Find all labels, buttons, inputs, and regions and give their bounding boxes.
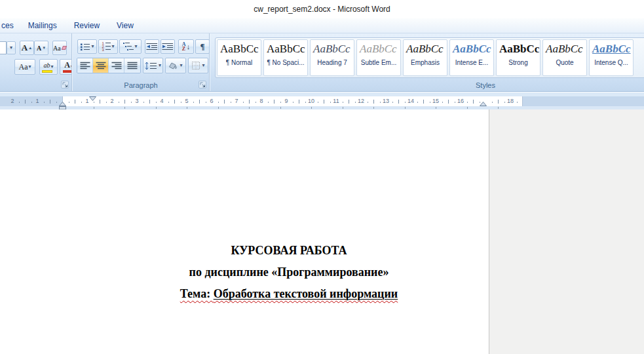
sort-button[interactable]: A Z ↓ xyxy=(178,39,194,54)
first-line-indent-marker[interactable] xyxy=(89,96,96,101)
ruler-tabstop-tick xyxy=(405,107,406,109)
styles-gallery: AaBbCc¶ NormalAaBbCc¶ No Spaci...AaBbCcH… xyxy=(215,37,644,78)
chevron-down-icon: ▾ xyxy=(50,64,53,69)
align-right-icon xyxy=(111,62,122,69)
font-color-icon: A xyxy=(64,60,70,70)
increase-indent-icon xyxy=(162,43,174,51)
ruler-dot xyxy=(131,102,132,103)
chevron-down-icon: ▾ xyxy=(202,63,204,68)
chevron-down-icon: ▾ xyxy=(91,44,94,49)
ruler-dot xyxy=(305,102,307,103)
align-center-button[interactable] xyxy=(93,58,109,73)
multilevel-list-button[interactable]: ▾ xyxy=(119,39,142,54)
ruler-tabstop-tick xyxy=(498,107,499,109)
ruler-dot xyxy=(231,102,232,103)
right-indent-marker[interactable] xyxy=(480,102,487,106)
style-no-spacing[interactable]: AaBbCc¶ No Spaci... xyxy=(263,39,308,76)
style-label: Emphasis xyxy=(404,59,447,66)
ruler-dot xyxy=(293,102,294,103)
ruler-number: 8 xyxy=(259,98,263,104)
ruler-tick xyxy=(124,100,125,104)
grow-font-button[interactable]: A ▲ xyxy=(20,41,34,55)
font-color-button[interactable]: A ▾ xyxy=(60,59,72,75)
eraser-icon xyxy=(62,46,67,50)
ruler-number: 11 xyxy=(333,98,339,104)
style-intense-emphasis[interactable]: AaBbCcIntense E... xyxy=(449,39,494,76)
style-intense-quote[interactable]: AaBbCcIntense Q... xyxy=(589,39,634,76)
text-highlight-button[interactable]: ab ▾ xyxy=(39,59,58,75)
ruler-tick xyxy=(274,100,275,104)
ruler-number: 2 xyxy=(10,98,14,104)
numbering-icon: 1 2 3 xyxy=(102,42,111,52)
style-strong[interactable]: AaBbCcStrong xyxy=(496,39,540,76)
ruler-dot xyxy=(243,102,244,103)
ruler-dot xyxy=(181,102,182,103)
increase-indent-button[interactable] xyxy=(161,39,175,54)
ruler-tick xyxy=(498,100,499,104)
ruler-number: 12 xyxy=(358,98,364,104)
tab-mailings[interactable]: Mailings xyxy=(20,18,66,33)
paragraph-group-label: Paragraph xyxy=(73,81,209,89)
ruler-dot xyxy=(430,102,431,103)
font-size-combo[interactable] xyxy=(0,41,7,54)
chevron-down-icon: ▾ xyxy=(159,63,161,68)
ruler-tabstop-tick xyxy=(156,107,157,109)
clear-formatting-button[interactable]: Aa xyxy=(52,41,67,55)
chevron-down-icon: ▾ xyxy=(111,44,114,49)
font-dialog-launcher[interactable] xyxy=(61,81,69,88)
style-emphasis[interactable]: AaBbCcEmphasis xyxy=(403,39,447,76)
align-left-button[interactable] xyxy=(77,58,93,73)
bullets-icon xyxy=(80,43,90,51)
style-subtle-emphasis[interactable]: AaBbCcSubtle Em... xyxy=(356,39,401,76)
ruler-dot xyxy=(206,102,207,103)
ribbon-tab-bar: ces Mailings Review View xyxy=(0,18,644,33)
style-label: ¶ Normal xyxy=(218,59,261,66)
show-paragraph-marks-button[interactable]: ¶ xyxy=(195,39,210,54)
shading-button[interactable]: ▾ xyxy=(165,58,186,73)
align-right-button[interactable] xyxy=(109,58,124,73)
numbering-button[interactable]: 1 2 3 ▾ xyxy=(98,39,118,54)
borders-button[interactable]: ▾ xyxy=(188,58,208,73)
style-normal[interactable]: AaBbCc¶ Normal xyxy=(217,39,261,76)
ruler[interactable]: 211234567891011121314151618 xyxy=(0,96,644,109)
pilcrow-icon: ¶ xyxy=(200,41,204,52)
multilevel-list-icon xyxy=(123,42,134,52)
style-sample: AaBbCc xyxy=(543,40,586,57)
styles-group-label: Styles xyxy=(433,81,538,89)
ruler-tick xyxy=(224,100,225,104)
tab-references-partial[interactable]: ces xyxy=(0,18,20,33)
style-heading-7[interactable]: AaBbCcHeading 7 xyxy=(310,39,354,76)
ruler-number: 5 xyxy=(185,98,188,104)
line-spacing-button[interactable]: ▾ xyxy=(143,58,163,73)
window-title-bar: cw_report_sem2.docx - Microsoft Word xyxy=(0,0,644,18)
paragraph-group: ▾ 1 2 3 ▾ ▾ xyxy=(73,33,210,91)
bullets-button[interactable]: ▾ xyxy=(77,39,97,54)
decrease-indent-button[interactable] xyxy=(145,39,159,54)
ruler-tabstop-tick xyxy=(94,107,94,109)
sort-icon: A Z xyxy=(182,42,186,51)
chevron-down-icon: ▾ xyxy=(134,44,137,49)
style-sample: AaBbCc xyxy=(450,40,493,57)
ruler-dot xyxy=(343,102,344,103)
ruler-dot xyxy=(355,102,356,103)
font-size-dropdown[interactable]: ▾ xyxy=(7,41,16,54)
change-case-button[interactable]: Aa ▾ xyxy=(14,59,35,75)
document-page[interactable]: КУРСОВАЯ РАБОТА по дисциплине «Программи… xyxy=(0,109,489,354)
style-sample: AaBbCc xyxy=(497,40,540,57)
tab-review[interactable]: Review xyxy=(66,18,108,33)
paragraph-dialog-launcher[interactable] xyxy=(199,81,206,88)
ruler-dot xyxy=(56,102,58,103)
style-sample: AaBbCc xyxy=(404,40,447,57)
shrink-font-button[interactable]: A ▼ xyxy=(34,41,48,55)
highlight-icon: ab xyxy=(43,62,50,69)
styles-group: AaBbCc¶ NormalAaBbCc¶ No Spaci...AaBbCcH… xyxy=(210,33,644,91)
tab-view[interactable]: View xyxy=(108,18,142,33)
ruler-dot xyxy=(256,102,257,103)
style-label: Subtle Em... xyxy=(357,59,400,66)
style-sample: AaBbCc xyxy=(264,40,307,57)
ruler-tick xyxy=(25,100,26,104)
style-quote[interactable]: AaBbCcQuote xyxy=(542,39,587,76)
ruler-tabstop-tick xyxy=(343,107,343,109)
justify-button[interactable] xyxy=(124,58,140,73)
ruler-dot xyxy=(455,102,456,103)
